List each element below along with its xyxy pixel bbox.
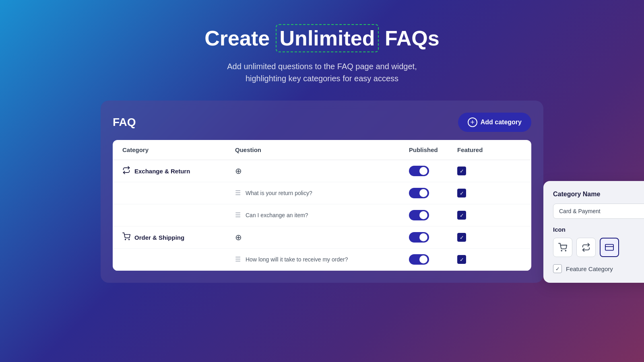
icon-section-title: Icon <box>553 226 644 233</box>
hero-subtitle: Add unlimited questions to the FAQ page … <box>204 60 439 84</box>
drag-handle-icon: ☰ <box>235 256 241 263</box>
icon-option-card[interactable] <box>600 238 619 257</box>
category-exchange: Exchange & Return <box>122 166 235 176</box>
icon-option-exchange[interactable] <box>576 238 596 257</box>
feature-category-label: Feature Category <box>566 265 613 272</box>
hero-section: Create Unlimited FAQs Add unlimited ques… <box>196 0 447 101</box>
question-text-return: What is your return policy? <box>246 190 312 196</box>
category-name-order: Order & Shipping <box>134 234 184 241</box>
featured-check-order[interactable]: ✓ <box>457 233 497 242</box>
category-popup: Category Name Icon <box>543 181 644 283</box>
svg-point-1 <box>129 239 130 240</box>
header-question: Question <box>235 146 409 153</box>
category-name-exchange: Exchange & Return <box>134 168 190 175</box>
main-card: FAQ + Add category Category Question Pub… <box>101 101 543 283</box>
hero-title: Create Unlimited FAQs <box>204 24 439 52</box>
table-header: Category Question Published Featured <box>113 140 531 160</box>
svg-point-2 <box>561 251 562 251</box>
checkbox-exchange[interactable]: ✓ <box>457 167 466 175</box>
drag-handle-icon: ☰ <box>235 212 241 218</box>
svg-point-3 <box>565 251 566 251</box>
subtitle-line1: Add unlimited questions to the FAQ page … <box>227 62 417 71</box>
table-row: ☰ What is your return policy? ✓ <box>113 182 531 204</box>
icon-options <box>553 238 644 257</box>
question-text-receive: How long will it take to receive my orde… <box>246 256 348 263</box>
drag-handle-icon: ☰ <box>235 190 241 196</box>
faq-title: FAQ <box>113 116 136 129</box>
header-actions <box>497 146 522 153</box>
header-featured: Featured <box>457 146 497 153</box>
table-row: ☰ Can I exchange an item? ✓ <box>113 204 531 226</box>
published-toggle-order[interactable] <box>409 232 457 243</box>
checkbox-order[interactable]: ✓ <box>457 233 466 242</box>
svg-point-0 <box>125 239 126 240</box>
published-toggle-return[interactable] <box>409 188 457 198</box>
cart-icon <box>122 232 130 243</box>
popup-title: Category Name <box>553 191 644 198</box>
feature-category-checkbox[interactable]: ✓ <box>553 264 562 273</box>
checkbox-return[interactable]: ✓ <box>457 189 466 197</box>
feature-category-row: ✓ Feature Category <box>553 264 644 273</box>
question-return-policy: ☰ What is your return policy? <box>235 190 409 196</box>
add-category-button[interactable]: + Add category <box>458 113 531 132</box>
checkbox-receive[interactable]: ✓ <box>457 255 466 264</box>
question-exchange-item: ☰ Can I exchange an item? <box>235 212 409 218</box>
subtitle-line2: highlighting key categories for easy acc… <box>246 74 398 83</box>
published-toggle-receive[interactable] <box>409 254 457 265</box>
add-category-label: Add category <box>481 119 522 126</box>
icon-option-cart[interactable] <box>553 238 572 257</box>
featured-check-return[interactable]: ✓ <box>457 189 497 197</box>
header-category: Category <box>122 146 235 153</box>
card-header: FAQ + Add category <box>113 113 531 132</box>
published-toggle-exchange-item[interactable] <box>409 210 457 220</box>
plus-circle-icon: + <box>468 117 477 127</box>
add-question-icon[interactable]: ⊕ <box>235 166 242 176</box>
exchange-icon <box>122 166 130 176</box>
question-text-exchange: Can I exchange an item? <box>246 212 308 218</box>
table-row: Order & Shipping ⊕ ✓ <box>113 226 531 249</box>
header-published: Published <box>409 146 457 153</box>
svg-rect-4 <box>605 245 613 251</box>
title-prefix: Create <box>204 27 275 50</box>
add-question-exchange[interactable]: ⊕ <box>235 166 409 176</box>
faq-table: Category Question Published Featured Exc… <box>113 140 531 271</box>
title-highlight: Unlimited <box>276 24 379 52</box>
add-question-icon-order[interactable]: ⊕ <box>235 232 242 242</box>
featured-check-exchange[interactable]: ✓ <box>457 167 497 175</box>
add-question-order[interactable]: ⊕ <box>235 232 409 242</box>
category-order-shipping: Order & Shipping <box>122 232 235 243</box>
featured-check-receive[interactable]: ✓ <box>457 255 497 264</box>
table-row: ☰ How long will it take to receive my or… <box>113 249 531 271</box>
table-row: Exchange & Return ⊕ ✓ <box>113 160 531 182</box>
question-receive-order: ☰ How long will it take to receive my or… <box>235 256 409 263</box>
published-toggle-exchange[interactable] <box>409 166 457 176</box>
checkbox-exchange-item[interactable]: ✓ <box>457 211 466 220</box>
featured-check-exchange-item[interactable]: ✓ <box>457 211 497 220</box>
category-name-input[interactable] <box>553 204 644 219</box>
title-suffix: FAQs <box>379 27 439 50</box>
